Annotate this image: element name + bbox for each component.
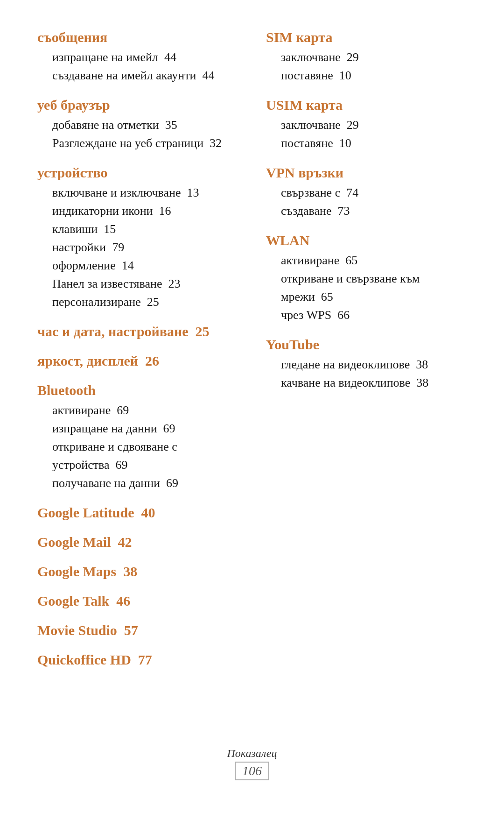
entry-1-3-1: откриване и свързване към мрежи 65 (266, 269, 467, 306)
heading-0-2: устройство (37, 163, 238, 182)
entry-0-2-4: оформление 14 (37, 256, 238, 275)
column-1: SIM картазаключване 29поставяне 10USIM к… (266, 28, 467, 728)
entry-1-4-1: качване на видеоклипове 38 (266, 374, 467, 392)
heading-0-5: Bluetooth (37, 381, 238, 399)
entry-0-5-0: активиране 69 (37, 401, 238, 419)
footer: Показалец 106 (37, 747, 467, 790)
heading-0-6: Google Latitude 40 (37, 503, 238, 522)
heading-0-11: Quickoffice HD 77 (37, 650, 238, 669)
heading-1-0: SIM карта (266, 28, 467, 46)
entry-1-2-1: създаване 73 (266, 202, 467, 220)
heading-1-3: WLAN (266, 231, 467, 249)
entry-1-3-0: активиране 65 (266, 251, 467, 269)
page: съобщенияизпращане на имейл 44създаване … (0, 0, 504, 827)
entry-1-2-0: свързване с 74 (266, 184, 467, 202)
heading-0-1: уеб браузър (37, 96, 238, 114)
entry-0-2-3: настройки 79 (37, 238, 238, 256)
heading-0-3: час и дата, настройване 25 (37, 322, 238, 340)
entry-0-1-0: добавяне на отметки 35 (37, 116, 238, 134)
heading-0-0: съобщения (37, 28, 238, 46)
entry-1-4-0: гледане на видеоклипове 38 (266, 355, 467, 374)
heading-0-8: Google Maps 38 (37, 562, 238, 580)
column-0: съобщенияизпращане на имейл 44създаване … (37, 28, 238, 728)
entry-0-2-0: включване и изключване 13 (37, 184, 238, 202)
heading-0-9: Google Talk 46 (37, 592, 238, 610)
entry-1-0-0: заключване 29 (266, 48, 467, 66)
heading-0-4: яркост, дисплей 26 (37, 352, 238, 370)
entry-0-2-5: Панел за известяване 23 (37, 275, 238, 293)
footer-page: 106 (235, 762, 269, 780)
entry-0-5-1: изпращане на данни 69 (37, 419, 238, 438)
entry-1-1-1: поставяне 10 (266, 134, 467, 152)
heading-1-4: YouTube (266, 335, 467, 353)
heading-1-2: VPN връзки (266, 163, 467, 182)
entry-1-0-1: поставяне 10 (266, 66, 467, 85)
entry-0-5-3: получаване на данни 69 (37, 474, 238, 492)
index-columns: съобщенияизпращане на имейл 44създаване … (37, 28, 467, 728)
entry-0-1-1: Разглеждане на уеб страници 32 (37, 134, 238, 152)
footer-label: Показалец (37, 747, 467, 760)
entry-1-3-2: чрез WPS 66 (266, 306, 467, 324)
entry-0-0-1: създаване на имейл акаунти 44 (37, 66, 238, 85)
entry-1-1-0: заключване 29 (266, 116, 467, 134)
entry-0-5-2: откриване и сдвояване с устройства 69 (37, 438, 238, 474)
entry-0-2-1: индикаторни икони 16 (37, 202, 238, 220)
heading-0-7: Google Mail 42 (37, 533, 238, 551)
entry-0-2-2: клавиши 15 (37, 220, 238, 238)
entry-0-2-6: персонализиране 25 (37, 293, 238, 311)
heading-1-1: USIM карта (266, 96, 467, 114)
heading-0-10: Movie Studio 57 (37, 621, 238, 639)
entry-0-0-0: изпращане на имейл 44 (37, 48, 238, 66)
